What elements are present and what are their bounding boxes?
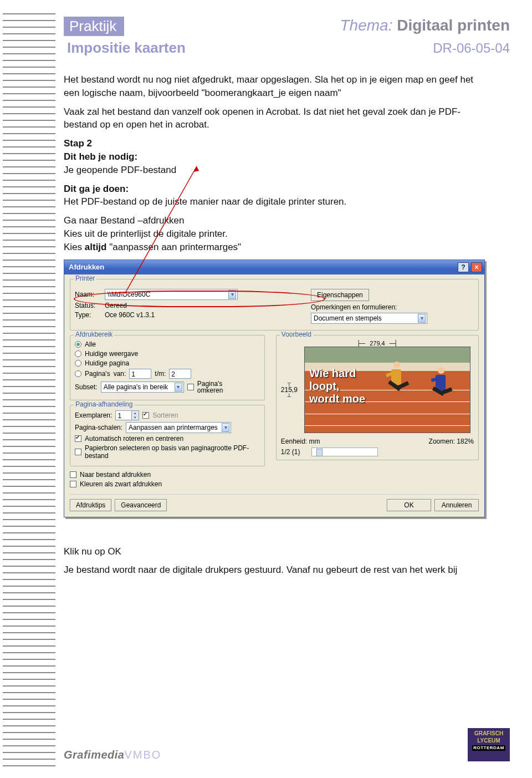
exemplaren-input[interactable]: 1 <box>115 410 132 420</box>
omkeren-label: Pagina's omkeren <box>197 380 223 394</box>
dialog-title-bar[interactable]: Afdrukken ? × <box>64 260 484 274</box>
van-input[interactable]: 1 <box>129 369 151 379</box>
dialog-title: Afdrukken <box>69 263 104 271</box>
eenheid-label: Eenheid: mm <box>281 438 320 445</box>
subset-label: Subset: <box>75 383 98 391</box>
body-p3b: Kies uit de printerlijst de digitale pri… <box>64 228 228 239</box>
properties-button[interactable]: Eigenschappen <box>311 289 369 301</box>
preview-text-l2: loopt, <box>309 380 339 392</box>
radio-alle[interactable] <box>75 341 81 348</box>
arrow-down-icon: ┴ <box>287 394 291 400</box>
chevron-down-icon[interactable]: ▾ <box>222 423 229 432</box>
chevron-down-icon[interactable]: ▾ <box>228 290 236 299</box>
thema-text: Digitaal printen <box>397 17 510 34</box>
schalen-select[interactable]: Aanpassen aan printermarges ▾ <box>126 422 231 433</box>
ok-button[interactable]: OK <box>387 499 431 511</box>
preview-text-l3: wordt moe <box>309 393 365 405</box>
autorot-checkbox[interactable] <box>75 435 81 442</box>
tm-label: t/m: <box>155 370 166 378</box>
gajedoen-text: Het PDF-bestand op de juiste manier naar… <box>64 196 346 207</box>
spinner-down-icon[interactable]: ▾ <box>132 415 139 420</box>
radio-alle-label: Alle <box>85 340 96 348</box>
exemplaren-spinner[interactable]: 1 ▴▾ <box>115 410 139 420</box>
opm-value: Document en stempels <box>314 314 382 322</box>
body-p3c-a: Kies <box>64 242 85 252</box>
type-label: Type: <box>75 311 101 319</box>
arrow-left-icon: ├─ <box>357 340 366 347</box>
brand-part2: VMBO <box>124 749 161 761</box>
tm-input[interactable]: 2 <box>169 369 191 379</box>
printer-group-label: Printer <box>74 274 96 282</box>
print-dialog: Afdrukken ? × Printer Naam: <box>64 260 485 517</box>
geavanceerd-button[interactable]: Geavanceerd <box>115 499 167 511</box>
close-button[interactable]: × <box>471 262 482 272</box>
exemplaren-label: Exemplaren: <box>75 411 112 419</box>
autorot-label: Automatisch roteren en centreren <box>85 435 183 443</box>
margin-note-lines <box>3 13 55 767</box>
radio-huidige-pagina-label: Huidige pagina <box>85 359 129 367</box>
status-value: Gereed <box>105 302 127 309</box>
stap2-title: Stap 2 <box>64 138 92 149</box>
bereik-group-label: Afdrukbereik <box>74 330 114 338</box>
logo-line1: GRAFISCH <box>469 730 509 738</box>
printer-name-select[interactable]: \\Md\Oce960C ▾ <box>105 289 238 300</box>
naar-bestand-checkbox[interactable] <box>70 471 76 478</box>
sorteren-checkbox <box>142 412 149 419</box>
radio-huidige-weergave[interactable] <box>75 350 81 357</box>
schalen-label: Pagina-schalen: <box>75 424 122 431</box>
logo-line3: ROTTERDAM <box>472 745 505 751</box>
body-p1: Het bestand wordt nu nog niet afgedrukt,… <box>64 73 474 100</box>
preview-height: 215,9 <box>281 386 298 394</box>
body-p3c-c: "aanpassen aan printermarges" <box>106 242 241 252</box>
type-value: Oce 960C v1.3.1 <box>105 311 155 319</box>
omkeren-checkbox[interactable] <box>187 384 194 390</box>
kleuren-zwart-label: Kleuren als zwart afdrukken <box>80 480 162 488</box>
afdruktips-button[interactable]: Afdruktips <box>70 499 111 511</box>
logo-line2: LYCEUM <box>469 738 509 745</box>
body-p3a: Ga naar Bestand –afdrukken <box>64 215 184 226</box>
thema-title: Thema: Digitaal printen <box>340 17 510 34</box>
printer-name-value: \\Md\Oce960C <box>108 291 150 298</box>
body-p3c-b: altijd <box>85 242 107 252</box>
papierbron-checkbox[interactable] <box>75 449 81 455</box>
arrow-right-icon: ─┤ <box>390 340 398 347</box>
body-final: Je bestand wordt naar de digitale drukpe… <box>64 563 474 577</box>
preview-image: Wie hard loopt, wordt moe <box>304 347 470 433</box>
radio-huidige-weergave-label: Huidige weergave <box>85 350 138 358</box>
kleuren-zwart-checkbox[interactable] <box>70 481 76 487</box>
ditheb-text: Je geopende PDF-bestand <box>64 165 176 175</box>
help-button[interactable]: ? <box>458 262 469 272</box>
radio-paginas-label: Pagina's <box>85 370 110 378</box>
ditheb-title: Dit heb je nodig: <box>64 151 137 162</box>
arrow-up-icon: ┬ <box>287 380 291 386</box>
thema-prefix: Thema: <box>340 17 392 34</box>
footer-brand: GrafimediaVMBO <box>64 749 161 761</box>
printer-name-label: Naam: <box>75 291 101 298</box>
body-p2: Vaak zal het bestand dan vanzelf ook ope… <box>64 105 474 132</box>
spinner-up-icon[interactable]: ▴ <box>132 411 139 415</box>
klik-ok: Klik nu op OK <box>64 545 474 558</box>
page-slider[interactable] <box>311 448 378 456</box>
sorteren-label: Sorteren <box>152 411 178 419</box>
category-tag: Praktijk <box>64 17 124 36</box>
brand-part1: Grafimedia <box>64 749 124 761</box>
status-label: Status: <box>75 302 101 309</box>
annuleren-button[interactable]: Annuleren <box>434 499 479 511</box>
opm-select[interactable]: Document en stempels ▾ <box>311 313 427 324</box>
subset-value: Alle pagina's in bereik <box>104 383 168 391</box>
radio-paginas[interactable] <box>75 370 81 377</box>
chevron-down-icon[interactable]: ▾ <box>175 383 182 391</box>
page-subtitle: Impositie kaarten <box>67 39 186 57</box>
radio-huidige-pagina[interactable] <box>75 360 81 367</box>
subset-select[interactable]: Alle pagina's in bereik ▾ <box>101 382 184 393</box>
opm-label: Opmerkingen en formulieren: <box>311 303 397 311</box>
afhandeling-group-label: Pagina-afhandeling <box>74 400 134 408</box>
van-label: van: <box>114 370 126 378</box>
zoom-label: Zoomen: 182% <box>429 438 474 445</box>
papierbron-label: Papierbron selecteren op basis van pagin… <box>85 444 251 460</box>
gajedoen-title: Dit ga je doen: <box>64 184 129 194</box>
preview-text-l1: Wie hard <box>309 367 356 379</box>
naar-bestand-label: Naar bestand afdrukken <box>80 471 151 479</box>
page-indicator: 1/2 (1) <box>281 448 300 456</box>
chevron-down-icon[interactable]: ▾ <box>418 314 426 323</box>
